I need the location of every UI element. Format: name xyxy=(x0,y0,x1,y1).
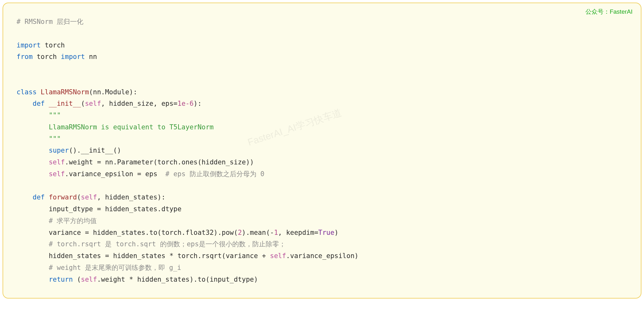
docstring-body: LlamaRMSNorm is equivalent to T5LayerNor… xyxy=(17,123,214,131)
class-bases: (nn.Module): xyxy=(89,88,137,96)
docstring-close: """ xyxy=(17,135,61,143)
expr: .variance_epsilon) xyxy=(286,252,359,260)
code-block: # RMSNorm 层归一化 import torch from torch i… xyxy=(17,16,627,285)
self: self xyxy=(270,252,286,260)
arg-self: self xyxy=(85,100,101,107)
super-call: ().__init__() xyxy=(69,147,121,154)
call: , keepdim= xyxy=(278,229,318,236)
comment-weight: # weight 是末尾乘的可训练参数，即 g_i xyxy=(49,264,181,271)
args: , hidden_size, eps= xyxy=(101,100,178,107)
paren-close: ): xyxy=(193,100,201,107)
def-init: __init__ xyxy=(45,100,81,107)
docstring-open: """ xyxy=(17,112,61,119)
attribution-label: 公众号：FasterAI xyxy=(585,8,633,16)
num-eps: 1e-6 xyxy=(178,100,194,107)
paren: ( xyxy=(77,193,81,201)
def-forward: forward xyxy=(45,193,77,201)
kw-super: super xyxy=(49,147,69,154)
line-input-dtype: input_dtype = hidden_states.dtype xyxy=(49,205,181,213)
kw-from: from xyxy=(17,53,33,61)
code-card: 公众号：FasterAI FasterAI_AI学习快车道 # RMSNorm … xyxy=(3,3,641,299)
expr: .weight * hidden_states).to(input_dtype) xyxy=(97,276,258,283)
expr: hidden_states = hidden_states * torch.rs… xyxy=(49,252,270,260)
comment-line: # RMSNorm 层归一化 xyxy=(17,18,83,25)
args: , hidden_states): xyxy=(97,193,165,201)
comment-rsqrt: # torch.rsqrt 是 torch.sqrt 的倒数；eps是一个很小的… xyxy=(49,240,286,248)
paren: ( xyxy=(81,100,85,107)
call: ).mean(- xyxy=(242,229,274,236)
arg-self: self xyxy=(81,193,97,201)
kw-import: import xyxy=(61,53,85,61)
comment-eps: # eps 防止取倒数之后分母为 0 xyxy=(165,170,264,178)
bool-true: True xyxy=(318,229,334,236)
module-torch: torch xyxy=(33,53,61,61)
assign-vareps: .variance_epsilon = eps xyxy=(65,170,165,178)
num-one: 1 xyxy=(274,229,278,236)
kw-import: import xyxy=(17,41,41,49)
kw-def: def xyxy=(33,100,45,107)
kw-class: class xyxy=(17,88,37,96)
self: self xyxy=(49,170,65,178)
module-nn: nn xyxy=(85,53,97,61)
class-name: LlamaRMSNorm xyxy=(37,88,89,96)
self: self xyxy=(49,158,65,166)
module-torch: torch xyxy=(41,41,65,49)
expr: ( xyxy=(73,276,81,283)
comment-mean: # 求平方的均值 xyxy=(49,217,97,225)
var-assign: variance = hidden_states.to(torch.float3… xyxy=(49,229,238,236)
num-two: 2 xyxy=(238,229,242,236)
paren-close: ) xyxy=(334,229,339,236)
kw-def: def xyxy=(33,193,45,201)
self: self xyxy=(81,276,97,283)
kw-return: return xyxy=(49,276,73,283)
assign-weight: .weight = nn.Parameter(torch.ones(hidden… xyxy=(65,158,254,166)
